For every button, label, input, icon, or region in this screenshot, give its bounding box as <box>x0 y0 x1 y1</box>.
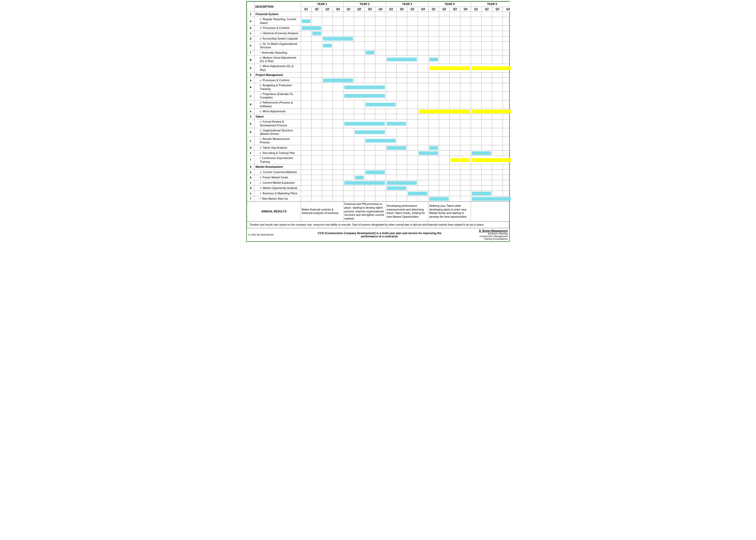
empty-cell <box>492 78 503 83</box>
empty-cell <box>396 175 407 180</box>
empty-cell <box>471 31 482 36</box>
empty-cell <box>386 17 396 26</box>
empty-cell <box>450 136 460 145</box>
row-desc: c Historical (Forensic) Analysis <box>254 31 301 36</box>
empty-cell <box>344 128 354 136</box>
empty-cell <box>354 55 365 64</box>
disclaimer-row: Timeline and results vary based on the c… <box>247 221 509 228</box>
empty-cell <box>428 156 439 164</box>
empty-cell <box>503 83 511 91</box>
empty-cell <box>301 91 312 100</box>
empty-cell <box>439 180 450 186</box>
row-no: g <box>247 55 254 64</box>
bar-cell <box>365 170 386 175</box>
row-no: e <box>247 109 254 114</box>
empty-cell <box>471 83 482 91</box>
empty-cell <box>503 17 511 26</box>
row-desc: a Formal Review & Development Process <box>254 119 301 128</box>
empty-cell <box>344 170 354 175</box>
empty-cell <box>322 191 333 196</box>
data-row: cc Current Market Expansion <box>247 180 511 186</box>
empty-cell <box>396 17 407 26</box>
empty-cell <box>418 78 428 83</box>
empty-cell <box>439 91 450 100</box>
row-no: 3 <box>247 114 254 119</box>
empty-cell <box>450 145 460 151</box>
empty-cell <box>460 128 471 136</box>
bar-cell <box>450 156 471 164</box>
empty-cell <box>322 145 333 151</box>
row-no: d <box>247 36 254 42</box>
empty-cell <box>407 91 418 100</box>
empty-cell <box>344 42 354 50</box>
row-desc: f New Market Start-Up <box>254 196 301 202</box>
empty-cell <box>471 78 482 83</box>
empty-cell <box>376 186 386 191</box>
gantt-bar <box>312 32 321 35</box>
empty-cell <box>503 42 511 50</box>
empty-cell <box>312 114 322 119</box>
empty-cell <box>322 100 333 109</box>
empty-cell <box>396 42 407 50</box>
empty-cell <box>428 170 439 175</box>
empty-cell <box>428 83 439 91</box>
empty-cell <box>386 72 396 78</box>
empty-cell <box>407 42 418 50</box>
empty-cell <box>396 31 407 36</box>
empty-cell <box>301 151 312 156</box>
empty-cell <box>301 119 312 128</box>
empty-cell <box>365 145 376 151</box>
empty-cell <box>312 78 322 83</box>
empty-cell <box>407 196 418 202</box>
empty-cell <box>482 31 492 36</box>
empty-cell <box>492 31 503 36</box>
empty-cell <box>354 186 365 191</box>
empty-cell <box>460 83 471 91</box>
empty-cell <box>301 191 312 196</box>
empty-cell <box>322 170 333 175</box>
empty-cell <box>450 78 460 83</box>
empty-cell <box>344 164 354 170</box>
empty-cell <box>312 100 322 109</box>
empty-cell <box>418 42 428 50</box>
empty-cell <box>460 78 471 83</box>
empty-cell <box>322 136 333 145</box>
empty-cell <box>428 119 439 128</box>
empty-cell <box>333 50 344 55</box>
empty-cell <box>492 36 503 42</box>
empty-cell <box>482 114 492 119</box>
row-desc: f Continuous Improvement Training <box>254 156 301 164</box>
empty-cell <box>428 12 439 17</box>
empty-cell <box>344 109 354 114</box>
empty-cell <box>312 191 322 196</box>
row-desc: d Talent Gap Analysis <box>254 145 301 151</box>
empty-cell <box>482 72 492 78</box>
empty-cell <box>386 12 396 17</box>
data-row: bb Processes & Controls <box>247 26 511 31</box>
empty-cell <box>354 12 365 17</box>
empty-cell <box>503 50 511 55</box>
row-desc: e Recruiting & Training Plan <box>254 151 301 156</box>
empty-cell <box>312 42 322 50</box>
empty-cell <box>460 170 471 175</box>
empty-cell <box>333 91 344 100</box>
bar-cell <box>354 128 386 136</box>
empty-cell <box>312 50 322 55</box>
empty-cell <box>344 175 354 180</box>
empty-cell <box>312 91 322 100</box>
empty-cell <box>376 55 386 64</box>
empty-cell <box>376 164 386 170</box>
empty-cell <box>407 128 418 136</box>
bar-cell <box>344 83 386 91</box>
empty-cell <box>376 64 386 72</box>
empty-cell <box>301 42 312 50</box>
empty-cell <box>301 31 312 36</box>
empty-cell <box>471 175 482 180</box>
row-no: 1 <box>247 12 254 17</box>
empty-cell <box>365 12 376 17</box>
empty-cell <box>376 31 386 36</box>
empty-cell <box>322 114 333 119</box>
empty-cell <box>376 145 386 151</box>
bar-cell <box>471 156 511 164</box>
empty-cell <box>439 100 450 109</box>
